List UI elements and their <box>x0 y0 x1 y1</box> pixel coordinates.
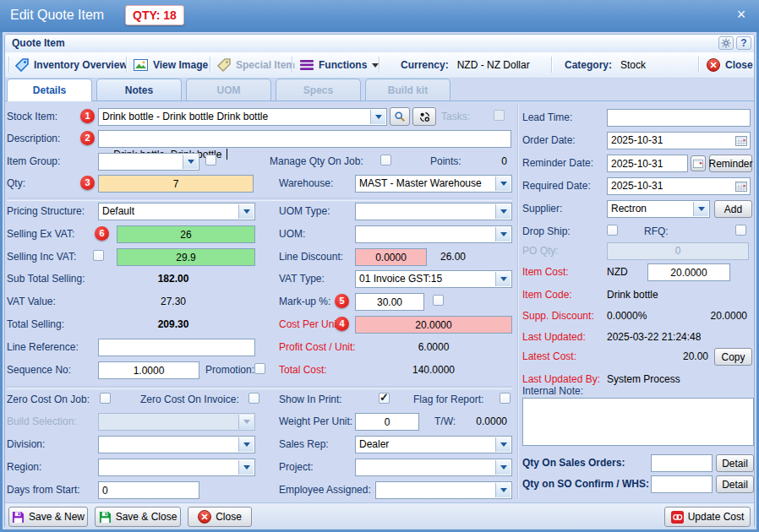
required-date-input[interactable]: 2025-10-31 <box>607 177 751 195</box>
tab-notes[interactable]: Notes <box>96 79 182 100</box>
weight-per-unit-input[interactable] <box>355 413 419 431</box>
window-close-icon[interactable]: × <box>732 5 751 24</box>
reminder-date-input[interactable] <box>607 155 688 172</box>
toolbar-close-button[interactable]: ✕ Close <box>707 56 753 74</box>
dropdown-arrow-icon[interactable] <box>238 460 254 475</box>
dropdown-arrow-icon[interactable] <box>495 483 511 497</box>
close-button[interactable]: ✕ Close <box>188 507 252 527</box>
last-updated-by-label: Last Updated By: <box>522 373 600 385</box>
save-and-close-label: Save & Close <box>116 511 177 523</box>
help-button[interactable]: ? <box>736 36 751 50</box>
sequence-no-input[interactable] <box>98 361 199 379</box>
uom-dropdown[interactable] <box>355 225 512 243</box>
qty-input[interactable] <box>98 175 254 193</box>
supplier-dropdown[interactable]: Rectron <box>607 200 710 218</box>
required-date-value: 2025-10-31 <box>611 180 663 192</box>
item-group-checkbox[interactable] <box>205 155 216 166</box>
dropdown-arrow-icon[interactable] <box>495 176 511 191</box>
separator <box>7 198 512 201</box>
flag-for-report-checkbox[interactable] <box>500 393 511 404</box>
division-dropdown[interactable] <box>98 436 255 453</box>
reminder-button[interactable]: Reminder <box>709 155 752 172</box>
cost-per-unit-label: Cost Per Unit: <box>279 318 342 330</box>
project-dropdown[interactable] <box>355 459 512 476</box>
dropdown-arrow-icon[interactable] <box>495 204 511 219</box>
lead-time-input[interactable] <box>607 109 751 127</box>
title-bar: Edit Quote Item QTY: 18 × <box>0 0 759 32</box>
drop-ship-checkbox[interactable] <box>607 225 618 236</box>
vat-type-dropdown[interactable]: 01 Invoice GST:15 <box>355 270 512 288</box>
warehouse-dropdown[interactable]: MAST - Master Warehouse <box>355 175 512 193</box>
save-and-close-button[interactable]: Save & Close <box>95 507 181 527</box>
functions-menu-button[interactable]: Functions <box>300 56 379 74</box>
stock-search-button[interactable] <box>390 107 410 126</box>
copy-cost-button[interactable]: Copy <box>714 348 752 366</box>
dropdown-arrow-icon[interactable] <box>693 202 708 216</box>
manage-qty-checkbox[interactable] <box>380 155 391 166</box>
description-input[interactable]: Drink bottle Drink bottle <box>98 130 511 148</box>
zero-cost-job-checkbox[interactable] <box>100 393 111 404</box>
stock-replace-button[interactable] <box>412 107 436 126</box>
uom-label: UOM: <box>279 228 305 240</box>
employee-assigned-dropdown[interactable] <box>375 481 512 499</box>
rfq-label: RFQ: <box>644 225 669 237</box>
settings-button[interactable] <box>718 36 734 50</box>
qty-so-confirm-input[interactable] <box>651 475 713 493</box>
view-image-button[interactable]: View Image <box>134 56 208 74</box>
toolbar-separator <box>379 57 380 73</box>
save-and-new-button[interactable]: Save & New <box>8 507 88 527</box>
add-supplier-button[interactable]: Add <box>714 200 752 218</box>
region-dropdown[interactable] <box>98 459 255 476</box>
qty-so-confirm-detail-button[interactable]: Detail <box>716 475 754 493</box>
stock-item-combobox[interactable]: Drink bottle - Drink bottle Drink bottle <box>98 108 387 126</box>
latest-cost-label: Latest Cost: <box>522 350 576 362</box>
qty-sales-orders-detail-button[interactable]: Detail <box>716 454 754 472</box>
uom-type-dropdown[interactable] <box>355 203 512 220</box>
tab-details[interactable]: Details <box>7 79 92 101</box>
dropdown-arrow-icon[interactable] <box>238 437 254 452</box>
dropdown-arrow-icon[interactable] <box>183 155 198 169</box>
markup-checkbox[interactable] <box>433 295 444 306</box>
calendar-icon[interactable] <box>735 135 747 146</box>
selling-ex-vat-input[interactable] <box>117 225 255 243</box>
marker-3: 3 <box>80 176 95 190</box>
selling-inc-vat-input[interactable] <box>117 248 255 266</box>
cost-per-unit-input[interactable] <box>355 316 512 334</box>
description-label: Description: <box>7 133 60 144</box>
line-reference-input[interactable] <box>98 339 255 356</box>
sales-rep-dropdown[interactable]: Dealer <box>355 436 512 453</box>
dropdown-arrow-icon[interactable] <box>495 227 511 242</box>
internal-note-textarea[interactable] <box>522 398 754 446</box>
special-item-label: Special Item <box>236 59 295 71</box>
build-selection-label: Build Selection: <box>7 415 77 427</box>
promotion-checkbox[interactable] <box>254 363 265 374</box>
item-group-dropdown[interactable] <box>98 153 199 171</box>
calendar-icon[interactable] <box>735 181 747 192</box>
dropdown-arrow-icon[interactable] <box>238 204 254 219</box>
reminder-calendar-button[interactable] <box>691 155 706 171</box>
rfq-checkbox[interactable] <box>735 225 746 236</box>
dropdown-arrow-icon[interactable] <box>495 272 511 286</box>
show-in-print-checkbox[interactable] <box>379 393 390 404</box>
pricing-structure-dropdown[interactable]: Default <box>98 203 255 220</box>
qty-sales-orders-input[interactable] <box>651 454 713 472</box>
update-cost-button[interactable]: Update Cost <box>664 507 751 527</box>
dropdown-arrow-icon[interactable] <box>370 110 385 124</box>
markup-input[interactable] <box>355 293 424 311</box>
category-label: Category: <box>565 59 612 71</box>
vat-value-label: VAT Value: <box>7 296 56 307</box>
selling-ex-vat-label: Selling Ex VAT: <box>7 228 74 240</box>
pricing-structure-label: Pricing Structure: <box>7 205 85 217</box>
line-discount-input[interactable] <box>355 248 427 266</box>
item-cost-input[interactable] <box>647 263 730 281</box>
zero-cost-invoice-checkbox[interactable] <box>248 393 259 404</box>
zero-cost-invoice-label: Zero Cost On Invoice: <box>140 394 239 405</box>
help-icon: ? <box>740 37 746 49</box>
dropdown-arrow-icon[interactable] <box>495 437 511 452</box>
inventory-overview-button[interactable]: Inventory Overview <box>15 56 128 74</box>
separator <box>7 386 512 389</box>
days-from-start-input[interactable] <box>98 481 199 499</box>
dropdown-arrow-icon[interactable] <box>495 460 511 475</box>
selling-inc-vat-checkbox[interactable] <box>93 250 104 261</box>
order-date-input[interactable]: 2025-10-31 <box>607 132 751 149</box>
